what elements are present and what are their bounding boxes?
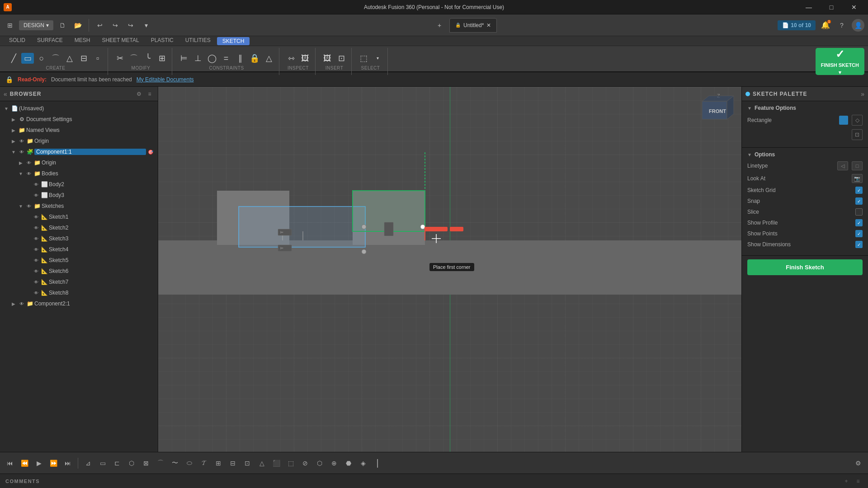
- tree-item-component1[interactable]: ▼ 👁 🧩 Component1:1 🎯: [0, 146, 158, 157]
- eye-sketch2[interactable]: 👁: [33, 224, 40, 231]
- circle-tool[interactable]: ○: [35, 53, 48, 64]
- tab-sheet-metal[interactable]: SHEET METAL: [96, 36, 144, 46]
- sketch-tool-9[interactable]: 𝓣: [198, 457, 210, 469]
- tree-item-sketch2[interactable]: 👁 📐 Sketch2: [0, 222, 158, 233]
- edit-link[interactable]: My Editable Documents: [137, 76, 194, 83]
- close-button[interactable]: ✕: [844, 0, 864, 14]
- sketch-tool-11[interactable]: ⊟: [226, 457, 239, 469]
- expand-sketches[interactable]: ▼: [17, 202, 24, 210]
- perpendicular-constraint[interactable]: ⊥: [192, 53, 204, 64]
- show-dimensions-checkbox[interactable]: ✓: [855, 241, 863, 248]
- sketch-tool-20[interactable]: ◈: [357, 457, 369, 469]
- polygon-tool[interactable]: △: [63, 53, 76, 64]
- expand-bodies[interactable]: ▼: [17, 170, 24, 177]
- playback-prev[interactable]: ⏪: [18, 457, 31, 469]
- comments-expand-icon[interactable]: ≡: [854, 477, 863, 486]
- sketch-tool-5[interactable]: ⊠: [140, 457, 152, 469]
- sketch-grid-checkbox[interactable]: ✓: [855, 187, 863, 194]
- tab-close-icon[interactable]: ✕: [486, 22, 491, 28]
- component1-target-icon[interactable]: 🎯: [147, 148, 154, 155]
- tree-item-body2[interactable]: 👁 ⬜ Body2: [0, 179, 158, 190]
- eye-sketches[interactable]: 👁: [25, 202, 33, 210]
- eye-sketch1[interactable]: 👁: [33, 213, 40, 221]
- sketch-dimension-tool[interactable]: 🖼: [299, 53, 311, 64]
- design-dropdown[interactable]: DESIGN ▾: [19, 20, 53, 30]
- measure-tool[interactable]: ⇿: [285, 53, 297, 64]
- arc-tool[interactable]: ⌒: [49, 53, 62, 64]
- playback-last[interactable]: ⏭: [61, 457, 74, 469]
- linetype-lookup-2[interactable]: □: [852, 161, 863, 170]
- sketch-tool-12[interactable]: ⊡: [241, 457, 254, 469]
- expand-origin-root[interactable]: ▶: [10, 137, 17, 145]
- tree-item-sketch3[interactable]: 👁 📐 Sketch3: [0, 233, 158, 244]
- playback-play[interactable]: ▶: [33, 457, 45, 469]
- sketch-tool-16[interactable]: ⊘: [299, 457, 311, 469]
- snap-checkbox[interactable]: ✓: [855, 197, 863, 205]
- eye-component2[interactable]: 👁: [18, 300, 25, 307]
- extend-tool[interactable]: ⌒: [127, 53, 140, 64]
- sketch-tool-4[interactable]: ⬡: [125, 457, 138, 469]
- palette-collapse-icon[interactable]: »: [861, 90, 864, 98]
- view-cube[interactable]: Z FRONT: [700, 92, 736, 128]
- options-header[interactable]: ▼ Options: [747, 151, 863, 158]
- notification-bell[interactable]: 🔔 1: [819, 19, 832, 32]
- help-button[interactable]: ?: [835, 19, 848, 32]
- line-tool[interactable]: ╱: [7, 53, 20, 64]
- palette-finish-sketch-button[interactable]: Finish Sketch: [747, 259, 863, 275]
- sketch-tool-7[interactable]: 〜: [169, 457, 181, 469]
- tree-item-sketches[interactable]: ▼ 👁 📁 Sketches: [0, 201, 158, 211]
- tab-mesh[interactable]: MESH: [69, 36, 96, 46]
- show-points-checkbox[interactable]: ✓: [855, 230, 863, 237]
- eye-origin-root[interactable]: 👁: [18, 137, 25, 145]
- select-tool[interactable]: ⬚: [357, 53, 370, 64]
- eye-sketch3[interactable]: 👁: [33, 235, 40, 242]
- sketch-tool-18[interactable]: ⊕: [328, 457, 340, 469]
- tree-item-origin-root[interactable]: ▶ 👁 📁 Origin: [0, 136, 158, 146]
- tree-item-origin-c1[interactable]: ▶ 👁 📁 Origin: [0, 157, 158, 168]
- mirror-tool[interactable]: ⊞: [156, 53, 168, 64]
- undo-button[interactable]: ↩: [94, 19, 106, 32]
- tree-item-sketch5[interactable]: 👁 📐 Sketch5: [0, 255, 158, 266]
- lock-constraint[interactable]: 🔒: [248, 53, 261, 64]
- eye-sketch5[interactable]: 👁: [33, 257, 40, 264]
- finish-sketch-button[interactable]: ✓ FINISH SKETCH ▾: [816, 48, 864, 75]
- tab-plastic[interactable]: PLASTIC: [146, 36, 179, 46]
- tree-item-bodies[interactable]: ▼ 👁 📁 Bodies: [0, 168, 158, 179]
- sketch-tool-14[interactable]: ⬛: [270, 457, 283, 469]
- file-open-icon[interactable]: 📂: [71, 19, 84, 32]
- tab-solid[interactable]: SOLID: [4, 36, 31, 46]
- rectangle2-tool[interactable]: ⊟: [77, 53, 90, 64]
- eye-sketch4[interactable]: 👁: [33, 246, 40, 253]
- redo-button[interactable]: ↪: [124, 19, 137, 32]
- tab-sketch[interactable]: SKETCH: [217, 37, 250, 45]
- symmetry-constraint[interactable]: △: [263, 53, 275, 64]
- playback-next[interactable]: ⏩: [47, 457, 60, 469]
- feature-options-header[interactable]: ▼ Feature Options: [747, 105, 863, 111]
- parallel-constraint[interactable]: ∥: [234, 53, 246, 64]
- rectangle-color-swatch[interactable]: [839, 116, 848, 125]
- fillet-tool[interactable]: ╰: [142, 53, 154, 64]
- tree-item-doc-settings[interactable]: ▶ ⚙ Document Settings: [0, 114, 158, 125]
- browser-chevrons[interactable]: «: [4, 90, 7, 98]
- ellipse-tool[interactable]: ◯: [206, 53, 218, 64]
- sketch-tool-21[interactable]: |: [371, 457, 384, 469]
- file-tab[interactable]: 🔒 Untitled* ✕: [449, 18, 497, 33]
- expand-component1[interactable]: ▼: [10, 148, 17, 155]
- sketch-tool-2[interactable]: ▭: [96, 457, 109, 469]
- equal-constraint[interactable]: =: [220, 53, 232, 64]
- eye-body3[interactable]: 👁: [33, 192, 40, 199]
- maximize-button[interactable]: □: [821, 0, 842, 14]
- tree-item-unsaved[interactable]: ▼ 📄 (Unsaved): [0, 103, 158, 114]
- eye-bodies[interactable]: 👁: [25, 170, 33, 177]
- settings-icon[interactable]: ⚙: [852, 457, 864, 469]
- horizontal-constraint[interactable]: ⊨: [178, 53, 190, 64]
- sketch-tool-1[interactable]: ⊿: [82, 457, 94, 469]
- user-avatar[interactable]: 👤: [852, 19, 864, 32]
- expand-origin-c1[interactable]: ▶: [17, 159, 24, 166]
- tree-item-component2[interactable]: ▶ 👁 📁 Component2:1: [0, 298, 158, 309]
- file-new-icon[interactable]: 🗋: [56, 19, 69, 32]
- tab-surface[interactable]: SURFACE: [32, 36, 68, 46]
- browser-settings-icon[interactable]: ⚙: [134, 89, 143, 99]
- sketch-tool-8[interactable]: ⬭: [183, 457, 196, 469]
- insert-dxf-tool[interactable]: ⊡: [335, 53, 348, 64]
